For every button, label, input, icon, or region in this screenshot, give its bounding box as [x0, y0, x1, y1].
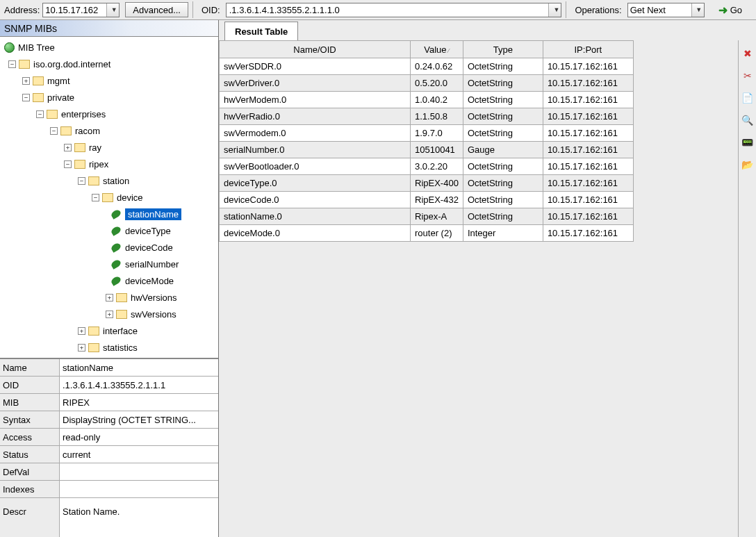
cell-name: swVerBootloader.0	[220, 158, 411, 175]
tab-bar: Result Table	[219, 20, 756, 40]
cell-name: swVermodem.0	[220, 125, 411, 142]
folder-icon	[33, 76, 44, 85]
tree-node-racom[interactable]: −racom	[4, 122, 218, 139]
tree-node-statistics[interactable]: +statistics	[4, 339, 218, 356]
cell-name: deviceMode.0	[220, 225, 411, 242]
tree-root[interactable]: MIB Tree	[4, 39, 218, 56]
cell-ip: 10.15.17.162:161	[543, 58, 633, 75]
details-panel: NamestationName OID.1.3.6.1.4.1.33555.2.…	[0, 358, 218, 537]
tree-node-mgmt[interactable]: +mgmt	[4, 72, 218, 89]
go-button[interactable]: ➜ Go	[714, 2, 746, 17]
cell-ip: 10.15.17.162:161	[543, 92, 633, 108]
address-value: 10.15.17.162	[43, 5, 98, 15]
col-name[interactable]: Name/OID	[220, 41, 411, 58]
tree-node-ray[interactable]: +ray	[4, 139, 218, 156]
cell-type: OctetString	[463, 58, 543, 75]
cell-name: hwVerModem.0	[220, 92, 411, 108]
delete-icon[interactable]: ✂	[741, 69, 754, 82]
cell-value: 1.0.40.2	[411, 92, 463, 108]
operations-select[interactable]: Get Next ▼	[627, 3, 705, 17]
folder-icon	[102, 193, 113, 202]
tree-leaf-devicemode[interactable]: deviceMode	[4, 272, 218, 289]
cell-ip: 10.15.17.162:161	[543, 75, 633, 92]
cell-type: OctetString	[463, 208, 543, 225]
folder-icon	[47, 110, 58, 119]
table-row[interactable]: deviceType.0RipEX-400OctetString10.15.17…	[220, 175, 634, 192]
tree-node-hwversions[interactable]: +hwVersions	[4, 289, 218, 306]
search-icon[interactable]: 🔍	[741, 114, 754, 126]
cell-ip: 10.15.17.162:161	[543, 158, 633, 175]
tree-node-iso[interactable]: −iso.org.dod.internet	[4, 56, 218, 72]
tree-node-enterprises[interactable]: −enterprises	[4, 106, 218, 122]
cell-ip: 10.15.17.162:161	[543, 108, 633, 125]
tree-node-interface[interactable]: +interface	[4, 322, 218, 339]
tree-leaf-stationname[interactable]: stationName	[4, 206, 218, 222]
detail-row-indexes: Indexes	[0, 481, 218, 498]
cell-value: 1.9.7.0	[411, 125, 463, 142]
tree-node-device[interactable]: −device	[4, 189, 218, 206]
table-row[interactable]: deviceCode.0RipEX-432OctetString10.15.17…	[220, 192, 634, 208]
cell-name: stationName.0	[220, 208, 411, 225]
cell-name: swVerSDDR.0	[220, 58, 411, 75]
tree-node-private[interactable]: −private	[4, 89, 218, 106]
operations-value: Get Next	[628, 5, 666, 15]
mibs-header: SNMP MIBs	[0, 20, 218, 37]
advanced-button[interactable]: Advanced...	[125, 2, 188, 17]
address-label: Address:	[0, 5, 42, 15]
right-pane: Result Table Name/OID Value Type IP:Port	[219, 20, 756, 537]
leaf-icon	[110, 258, 122, 270]
mib-tree[interactable]: MIB Tree −iso.org.dod.internet +mgmt −pr…	[0, 37, 218, 358]
table-row[interactable]: swVermodem.01.9.7.0OctetString10.15.17.1…	[220, 125, 634, 142]
col-value[interactable]: Value	[411, 41, 463, 58]
chevron-down-icon[interactable]: ▼	[548, 3, 561, 17]
cell-name: swVerDriver.0	[220, 75, 411, 92]
address-combo[interactable]: 10.15.17.162 ▼	[42, 3, 120, 17]
detail-row-status: Statuscurrent	[0, 446, 218, 463]
cell-value: RipEX-432	[411, 192, 463, 208]
table-row[interactable]: swVerBootloader.03.0.2.20OctetString10.1…	[220, 158, 634, 175]
table-row[interactable]: deviceMode.0router (2)Integer10.15.17.16…	[220, 225, 634, 242]
cell-type: Gauge	[463, 142, 543, 158]
result-table[interactable]: Name/OID Value Type IP:Port swVerSDDR.00…	[219, 40, 634, 242]
col-ip[interactable]: IP:Port	[543, 41, 633, 58]
cell-value: RipEX-400	[411, 175, 463, 192]
cell-ip: 10.15.17.162:161	[543, 208, 633, 225]
table-row[interactable]: hwVerModem.01.0.40.2OctetString10.15.17.…	[220, 92, 634, 108]
table-row[interactable]: stationName.0Ripex-AOctetString10.15.17.…	[220, 208, 634, 225]
table-header-row[interactable]: Name/OID Value Type IP:Port	[220, 41, 634, 58]
chevron-down-icon[interactable]: ▼	[106, 3, 119, 17]
side-toolbar: ✖ ✂ 📄 🔍 📟 📂	[738, 40, 756, 537]
cell-name: serialNumber.0	[220, 142, 411, 158]
cell-value: Ripex-A	[411, 208, 463, 225]
folder-icon	[60, 126, 72, 135]
close-icon[interactable]: ✖	[741, 47, 754, 60]
cell-type: OctetString	[463, 75, 543, 92]
folder-icon	[19, 60, 30, 69]
cell-type: OctetString	[463, 158, 543, 175]
new-doc-icon[interactable]: 📄	[741, 92, 754, 104]
chevron-down-icon[interactable]: ▼	[691, 3, 704, 17]
tree-node-swversions[interactable]: +swVersions	[4, 306, 218, 322]
cell-value: 3.0.2.20	[411, 158, 463, 175]
tab-result-table[interactable]: Result Table	[224, 22, 298, 40]
table-row[interactable]: swVerSDDR.00.24.0.62OctetString10.15.17.…	[220, 58, 634, 75]
cell-value: 0.5.20.0	[411, 75, 463, 92]
detail-row-descr: DescrStation Name.	[0, 498, 218, 537]
detail-row-access: Accessread-only	[0, 429, 218, 446]
detail-row-name: NamestationName	[0, 359, 218, 377]
tree-leaf-devicecode[interactable]: deviceCode	[4, 239, 218, 256]
table-row[interactable]: serialNumber.010510041Gauge10.15.17.162:…	[220, 142, 634, 158]
tree-node-station[interactable]: −station	[4, 172, 218, 189]
folder-icon	[88, 343, 99, 352]
open-icon[interactable]: 📂	[741, 158, 754, 171]
device-icon[interactable]: 📟	[741, 136, 754, 149]
tree-node-ripex[interactable]: −ripex	[4, 156, 218, 172]
col-type[interactable]: Type	[463, 41, 543, 58]
folder-icon	[74, 160, 85, 169]
oid-input[interactable]: .1.3.6.1.4.1.33555.2.1.1.1.0 ▼	[226, 3, 562, 17]
table-row[interactable]: hwVerRadio.01.1.50.8OctetString10.15.17.…	[220, 108, 634, 125]
detail-row-oid: OID.1.3.6.1.4.1.33555.2.1.1.1	[0, 377, 218, 394]
tree-leaf-devicetype[interactable]: deviceType	[4, 222, 218, 239]
table-row[interactable]: swVerDriver.00.5.20.0OctetString10.15.17…	[220, 75, 634, 92]
tree-leaf-serialnumber[interactable]: serialNumber	[4, 256, 218, 272]
